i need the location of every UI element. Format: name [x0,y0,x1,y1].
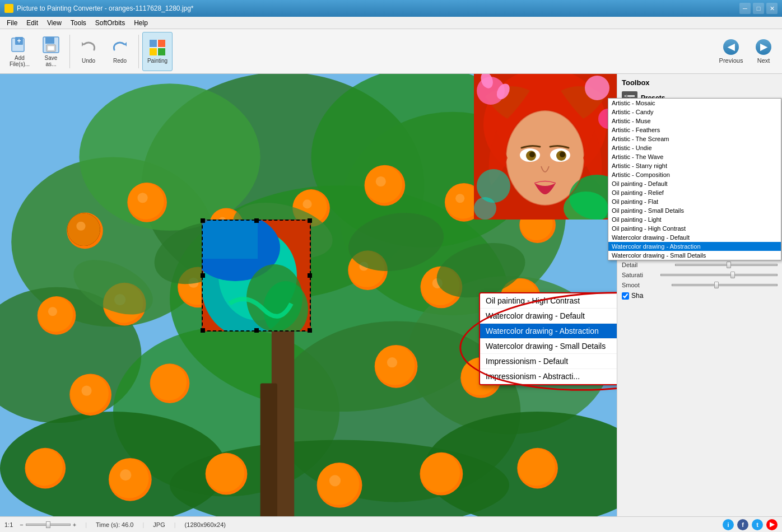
detail-slider[interactable] [675,264,778,266]
selection-handle-tl[interactable] [201,218,205,223]
svg-point-48 [455,194,464,203]
dimensions-label: (1280x960x24) [185,521,226,528]
preset-item-0[interactable]: Artistic - Mosaic [617,99,781,108]
saturation-slider[interactable] [660,274,778,276]
twitter-icon[interactable]: t [752,519,763,530]
zoom-section: 1:1 [4,521,13,528]
next-arrow-icon: ▶ [756,39,771,55]
menu-help[interactable]: Help [129,18,152,28]
preset-item-10[interactable]: Oil painting - Relief [617,188,781,197]
preset-item-14[interactable]: Oil painting - High Contrast [617,224,781,233]
svg-point-81 [25,449,63,486]
saturation-thumb[interactable] [730,272,735,278]
preset-item-4[interactable]: Artistic - The Scream [617,134,781,143]
menu-view[interactable]: View [43,18,66,28]
minimize-button[interactable]: ─ [739,3,751,14]
smooth-thumb[interactable] [714,282,719,288]
preset-item-1[interactable]: Artistic - Candy [617,108,781,116]
title-bar: Picture to Painting Converter - oranges-… [0,0,782,17]
svg-point-91 [420,453,460,493]
detail-thumb[interactable] [727,262,731,268]
zoom-thumb[interactable] [46,521,50,528]
selection-handle-tr[interactable] [308,218,312,223]
toolbox-panel: Toolbox Presets Watercolor drawing - Abs… [617,74,782,516]
save-as-button[interactable]: Save as... [36,32,66,71]
large-dropdown-item-0[interactable]: Oil painting - High Contrast [480,293,617,309]
painting-button[interactable]: Painting [142,32,173,71]
preset-item-12[interactable]: Oil painting - Small Details [617,206,781,215]
youtube-icon[interactable]: ▶ [766,519,778,530]
selection-handle-br[interactable] [308,328,312,333]
large-dropdown-item-4[interactable]: Impressionism - Default [480,354,617,369]
save-as-label2: as... [46,61,57,67]
toolbox-title: Toolbox [622,78,778,87]
zoom-minus-icon[interactable]: − [20,521,23,528]
svg-point-84 [120,469,131,480]
svg-point-70 [81,386,91,396]
menu-bar: File Edit View Tools SoftOrbits Help [0,17,782,29]
svg-point-86 [206,454,245,492]
add-file-label: Add [15,55,25,61]
canvas-area[interactable]: Oil painting - High Contrast Watercolor … [0,74,617,516]
close-button[interactable]: ✕ [766,3,778,14]
sharpen-checkbox[interactable] [622,292,629,300]
selection-handle-tm[interactable] [254,218,259,223]
undo-button[interactable]: Undo [73,32,104,71]
zoom-track[interactable] [26,524,71,526]
previous-button[interactable]: ◀ Previous [717,32,745,71]
zoom-plus-icon[interactable]: + [73,521,76,528]
preset-item-7[interactable]: Artistic - Starry night [617,161,781,170]
menu-softorbits[interactable]: SoftOrbits [91,18,129,28]
smooth-label: Smoot [622,282,658,288]
menu-file[interactable]: File [2,18,22,28]
svg-point-75 [387,357,397,367]
large-dropdown-item-2[interactable]: Watercolor drawing - Abstraction [480,324,617,339]
selection-handle-bl[interactable] [201,328,205,333]
svg-point-109 [585,76,609,100]
menu-tools[interactable]: Tools [66,18,91,28]
smooth-slider[interactable] [672,284,778,286]
svg-point-45 [376,176,386,186]
toolbar: + Add File(s)... Save as... Undo [0,29,782,74]
undo-label: Undo [82,58,95,64]
saturation-label: Saturati [622,272,658,278]
preset-item-3[interactable]: Artistic - Feathers [617,125,781,134]
next-button[interactable]: ▶ Next [750,32,778,71]
preset-item-5[interactable]: Artistic - Undie [617,143,781,152]
menu-edit[interactable]: Edit [22,18,43,28]
preset-item-8[interactable]: Artistic - Composition [617,170,781,179]
facebook-icon[interactable]: f [737,519,748,530]
main-area: Oil painting - High Contrast Watercolor … [0,74,782,516]
svg-point-93 [518,449,555,486]
add-file-label2: File(s)... [10,61,30,67]
preset-item-16[interactable]: Watercolor drawing - Abstraction [617,242,781,251]
info-icon[interactable]: i [723,519,734,530]
preset-item-15[interactable]: Watercolor drawing - Default [617,233,781,242]
selection-handle-ml[interactable] [201,273,205,278]
svg-point-33 [76,222,85,231]
svg-point-23 [79,83,260,231]
preset-item-2[interactable]: Artistic - Muse [617,116,781,125]
large-dropdown-item-5[interactable]: Impressionism - Abstracti... [480,369,617,384]
large-dropdown-item-3[interactable]: Watercolor drawing - Small Details [480,339,617,354]
preset-item-13[interactable]: Oil painting - Light [617,215,781,224]
preset-item-11[interactable]: Oil painting - Flat [617,197,781,206]
selection-handle-bm[interactable] [254,328,259,333]
svg-rect-29 [260,384,277,516]
preset-item-9[interactable]: Oil painting - Default [617,179,781,188]
svg-point-107 [560,152,565,157]
add-file-button[interactable]: + Add File(s)... [4,32,35,71]
large-dropdown-item-1[interactable]: Watercolor drawing - Default [480,309,617,324]
redo-button[interactable]: Redo [105,32,135,71]
save-as-label: Save [45,55,58,61]
status-sep-3: | [174,521,176,528]
selection-box[interactable] [202,220,311,332]
toolbar-right: ◀ Previous ▶ Next [717,32,778,71]
svg-rect-10 [150,40,157,47]
zoom-ratio: 1:1 [4,521,13,528]
preset-item-6[interactable]: Artistic - The Wave [617,152,781,161]
preset-item-17[interactable]: Watercolor drawing - Small Details [617,251,781,260]
saturation-row: Saturati [622,272,778,278]
maximize-button[interactable]: □ [753,3,764,14]
selection-handle-mr[interactable] [308,273,312,278]
